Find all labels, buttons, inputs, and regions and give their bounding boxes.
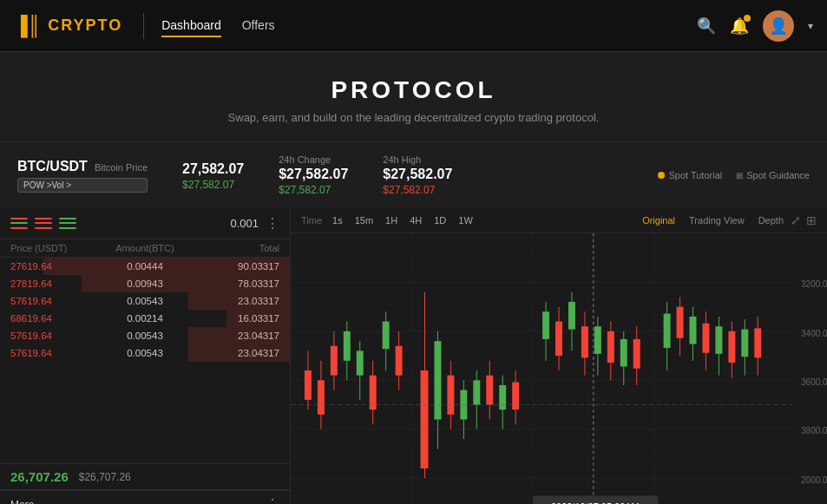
svg-rect-10 xyxy=(305,370,312,400)
tf-15m[interactable]: 15m xyxy=(350,213,378,227)
chevron-down-icon[interactable]: ▾ xyxy=(808,20,813,32)
notification-bell[interactable]: 🔔 xyxy=(730,16,749,36)
ob-header-price: Price (USDT) xyxy=(10,243,100,253)
notification-dot xyxy=(744,15,751,22)
tf-1s[interactable]: 1s xyxy=(327,213,348,227)
header: ▐║ CRYPTO Dashboard Offers 🔍 🔔 👤 ▾ xyxy=(0,0,827,52)
hero-section: PROTOCOL Swap, earn, and build on the le… xyxy=(0,52,827,141)
ob-view-both[interactable] xyxy=(10,217,28,231)
pair-name: BTC/USDT xyxy=(17,159,88,174)
high-sub: $27,582.07 xyxy=(383,184,452,196)
svg-rect-56 xyxy=(633,339,640,369)
current-price-value: 26,707.26 xyxy=(10,469,69,484)
svg-rect-48 xyxy=(581,326,588,357)
spot-guidance-link[interactable]: ⊞ Spot Guidance xyxy=(736,170,810,180)
view-trading[interactable]: Trading View xyxy=(686,213,748,227)
spot-guidance-label: Spot Guidance xyxy=(746,170,810,180)
view-original[interactable]: Original xyxy=(639,213,679,227)
svg-rect-44 xyxy=(555,322,562,357)
spot-tutorial-dot xyxy=(658,172,665,179)
svg-rect-26 xyxy=(421,370,429,468)
nav-links: Dashboard Offers xyxy=(161,15,697,37)
svg-rect-12 xyxy=(318,380,325,415)
chart-svg: 2023/10/07 05:00AM 3200.00 3400.00 3600.… xyxy=(291,233,827,504)
tf-1w[interactable]: 1W xyxy=(453,213,478,227)
spot-tutorial-link[interactable]: Spot Tutorial xyxy=(658,170,722,180)
logo-area: ▐║ CRYPTO xyxy=(14,16,122,36)
svg-rect-40 xyxy=(512,383,519,410)
table-row: 57619.64 0.00543 23.03317 xyxy=(0,292,290,310)
table-row: 27619.64 0.00444 90.03317 xyxy=(0,258,290,275)
table-row: 57619.64 0.00543 23.04317 xyxy=(0,344,290,362)
grid-icon[interactable]: ⊞ xyxy=(806,213,817,227)
view-depth[interactable]: Depth xyxy=(755,213,787,227)
svg-rect-64 xyxy=(702,324,709,353)
tf-1d[interactable]: 1D xyxy=(429,213,451,227)
svg-rect-16 xyxy=(344,331,351,361)
pow-badge[interactable]: POW >Vol > xyxy=(17,178,148,193)
ob-view-bids[interactable] xyxy=(59,217,76,231)
svg-rect-18 xyxy=(357,350,364,375)
chart-expand-icons: ⤢ ⊞ xyxy=(791,213,817,227)
price-bar: BTC/USDT Bitcoin Price POW >Vol > 27,582… xyxy=(0,141,827,208)
high-label: 24h High xyxy=(383,154,452,165)
svg-text:2023/10/07 05:00AM: 2023/10/07 05:00AM xyxy=(551,501,640,504)
more-menu-icon[interactable]: ⋮ xyxy=(266,496,279,504)
nav-offers[interactable]: Offers xyxy=(242,15,275,37)
ob-header-total: Total xyxy=(190,243,279,253)
ob-view-icons xyxy=(10,217,76,231)
main-price-sub: $27,582.07 xyxy=(182,179,244,191)
change-value: $27,582.07 xyxy=(279,167,348,182)
svg-rect-58 xyxy=(664,314,671,349)
header-right: 🔍 🔔 👤 ▾ xyxy=(697,10,813,42)
high-value: $27,582.07 xyxy=(383,167,452,182)
time-label: Time xyxy=(301,215,322,226)
chart-area: 2023/10/07 05:00AM 3200.00 3400.00 3600.… xyxy=(291,233,827,504)
hero-title: PROTOCOL xyxy=(17,76,810,104)
svg-text:3600.00: 3600.00 xyxy=(801,376,827,387)
price-stat-main: 27,582.07 $27,582.07 xyxy=(182,160,244,191)
svg-rect-52 xyxy=(607,331,614,363)
svg-text:3800.00: 3800.00 xyxy=(801,425,827,436)
tf-4h[interactable]: 4H xyxy=(404,213,427,227)
spot-guidance-icon: ⊞ xyxy=(736,171,743,180)
svg-rect-24 xyxy=(396,346,403,376)
header-divider xyxy=(143,13,144,39)
svg-rect-38 xyxy=(499,385,506,409)
fullscreen-icon[interactable]: ⤢ xyxy=(791,213,801,227)
svg-rect-46 xyxy=(568,302,575,330)
spot-links: Spot Tutorial ⊞ Spot Guidance xyxy=(658,170,810,180)
nav-dashboard[interactable]: Dashboard xyxy=(161,15,221,37)
more-label: More xyxy=(10,499,34,505)
hero-subtitle: Swap, earn, and build on the leading dec… xyxy=(17,111,810,124)
svg-rect-22 xyxy=(383,322,390,350)
svg-text:3400.00: 3400.00 xyxy=(801,327,827,338)
logo-text: CRYPTO xyxy=(48,16,122,35)
table-row: 57619.64 0.00543 23.04317 xyxy=(0,327,290,344)
ob-current-price: 26,707.26 $26,707.26 xyxy=(0,463,290,490)
svg-rect-66 xyxy=(715,326,722,354)
ob-headers: Price (USDT) Amount(BTC) Total xyxy=(0,239,290,258)
table-row: 68619.64 0.00214 16.03317 xyxy=(0,310,290,327)
pair-label: Bitcoin Price xyxy=(95,162,148,173)
avatar[interactable]: 👤 xyxy=(763,10,794,42)
tf-1h[interactable]: 1H xyxy=(380,213,403,227)
svg-text:3200.00: 3200.00 xyxy=(801,278,827,289)
svg-rect-54 xyxy=(620,339,627,367)
svg-rect-60 xyxy=(677,307,684,338)
svg-rect-50 xyxy=(594,326,601,354)
change-sub: $27,582.07 xyxy=(279,184,348,196)
table-row: 27819.64 0.00943 78.03317 xyxy=(0,275,290,292)
order-book: 0.001 ⋮ Price (USDT) Amount(BTC) Total 2… xyxy=(0,208,291,504)
ob-more-row: More ⋮ xyxy=(0,490,290,504)
ob-quantity: 0.001 xyxy=(230,217,259,230)
ob-menu-icon[interactable]: ⋮ xyxy=(266,215,279,232)
chart-toolbar: Time 1s 15m 1H 4H 1D 1W Original Trading… xyxy=(291,208,827,233)
current-price-usd: $26,707.26 xyxy=(79,471,131,483)
ob-view-asks[interactable] xyxy=(35,217,52,231)
svg-rect-14 xyxy=(331,346,338,376)
chart-panel: Time 1s 15m 1H 4H 1D 1W Original Trading… xyxy=(291,208,827,504)
svg-rect-36 xyxy=(486,376,493,405)
search-icon[interactable]: 🔍 xyxy=(697,16,716,36)
svg-rect-62 xyxy=(690,317,697,344)
